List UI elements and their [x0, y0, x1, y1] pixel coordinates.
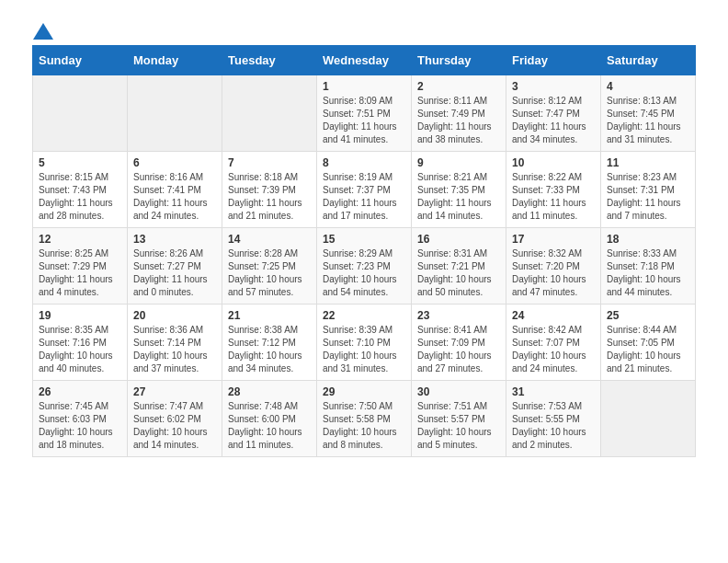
day-number: 24: [512, 309, 595, 322]
day-number: 7: [228, 156, 311, 169]
calendar-header-row: SundayMondayTuesdayWednesdayThursdayFrid…: [33, 46, 696, 75]
calendar-cell: 2Sunrise: 8:11 AM Sunset: 7:49 PM Daylig…: [412, 75, 506, 152]
day-info: Sunrise: 8:33 AM Sunset: 7:18 PM Dayligh…: [607, 247, 689, 299]
day-info: Sunrise: 8:41 AM Sunset: 7:09 PM Dayligh…: [417, 324, 500, 375]
calendar-week-row: 1Sunrise: 8:09 AM Sunset: 7:51 PM Daylig…: [33, 75, 696, 152]
day-info: Sunrise: 8:32 AM Sunset: 7:20 PM Dayligh…: [512, 247, 595, 299]
calendar-cell: 8Sunrise: 8:19 AM Sunset: 7:37 PM Daylig…: [317, 152, 412, 228]
calendar-week-row: 26Sunrise: 7:45 AM Sunset: 6:03 PM Dayli…: [33, 381, 696, 457]
day-info: Sunrise: 8:28 AM Sunset: 7:25 PM Dayligh…: [228, 247, 311, 299]
day-number: 15: [323, 233, 405, 246]
day-number: 8: [323, 156, 405, 169]
calendar-cell: 11Sunrise: 8:23 AM Sunset: 7:31 PM Dayli…: [601, 152, 696, 228]
calendar-cell: 10Sunrise: 8:22 AM Sunset: 7:33 PM Dayli…: [506, 152, 601, 228]
day-info: Sunrise: 8:36 AM Sunset: 7:14 PM Dayligh…: [133, 324, 216, 375]
calendar-cell: [222, 75, 317, 152]
calendar-cell: 16Sunrise: 8:31 AM Sunset: 7:21 PM Dayli…: [412, 228, 506, 304]
calendar-cell: 19Sunrise: 8:35 AM Sunset: 7:16 PM Dayli…: [33, 304, 128, 381]
day-number: 13: [133, 233, 216, 246]
day-number: 27: [133, 385, 216, 398]
calendar-cell: 25Sunrise: 8:44 AM Sunset: 7:05 PM Dayli…: [601, 304, 696, 381]
day-number: 19: [39, 309, 121, 322]
day-info: Sunrise: 8:13 AM Sunset: 7:45 PM Dayligh…: [607, 95, 689, 146]
day-info: Sunrise: 8:35 AM Sunset: 7:16 PM Dayligh…: [39, 324, 121, 375]
day-info: Sunrise: 7:48 AM Sunset: 6:00 PM Dayligh…: [228, 400, 311, 452]
day-info: Sunrise: 8:23 AM Sunset: 7:31 PM Dayligh…: [607, 171, 689, 223]
svg-marker-0: [33, 23, 53, 40]
calendar-cell: 27Sunrise: 7:47 AM Sunset: 6:02 PM Dayli…: [128, 381, 222, 457]
day-info: Sunrise: 7:50 AM Sunset: 5:58 PM Dayligh…: [323, 400, 405, 452]
day-number: 5: [39, 156, 121, 169]
day-number: 2: [417, 80, 500, 93]
day-info: Sunrise: 8:11 AM Sunset: 7:49 PM Dayligh…: [417, 95, 500, 146]
calendar-cell: 15Sunrise: 8:29 AM Sunset: 7:23 PM Dayli…: [317, 228, 412, 304]
day-info: Sunrise: 8:16 AM Sunset: 7:41 PM Dayligh…: [133, 171, 216, 223]
day-number: 4: [607, 80, 689, 93]
calendar-week-row: 19Sunrise: 8:35 AM Sunset: 7:16 PM Dayli…: [33, 304, 696, 381]
day-number: 26: [39, 385, 121, 398]
day-number: 18: [607, 233, 689, 246]
day-number: 6: [133, 156, 216, 169]
day-info: Sunrise: 8:39 AM Sunset: 7:10 PM Dayligh…: [323, 324, 405, 375]
day-number: 31: [512, 385, 595, 398]
day-header-saturday: Saturday: [601, 46, 696, 75]
day-number: 20: [133, 309, 216, 322]
calendar-cell: 1Sunrise: 8:09 AM Sunset: 7:51 PM Daylig…: [317, 75, 412, 152]
day-header-monday: Monday: [128, 46, 222, 75]
calendar-cell: 24Sunrise: 8:42 AM Sunset: 7:07 PM Dayli…: [506, 304, 601, 381]
day-number: 29: [323, 385, 405, 398]
day-info: Sunrise: 8:38 AM Sunset: 7:12 PM Dayligh…: [228, 324, 311, 375]
day-number: 28: [228, 385, 311, 398]
day-info: Sunrise: 8:12 AM Sunset: 7:47 PM Dayligh…: [512, 95, 595, 146]
logo: [32, 23, 54, 36]
day-info: Sunrise: 8:29 AM Sunset: 7:23 PM Dayligh…: [323, 247, 405, 299]
day-info: Sunrise: 7:53 AM Sunset: 5:55 PM Dayligh…: [512, 400, 595, 452]
day-number: 12: [39, 233, 121, 246]
day-info: Sunrise: 8:42 AM Sunset: 7:07 PM Dayligh…: [512, 324, 595, 375]
calendar-cell: 7Sunrise: 8:18 AM Sunset: 7:39 PM Daylig…: [222, 152, 317, 228]
day-number: 21: [228, 309, 311, 322]
calendar-cell: 30Sunrise: 7:51 AM Sunset: 5:57 PM Dayli…: [412, 381, 506, 457]
day-info: Sunrise: 8:09 AM Sunset: 7:51 PM Dayligh…: [323, 95, 405, 146]
calendar-cell: 5Sunrise: 8:15 AM Sunset: 7:43 PM Daylig…: [33, 152, 128, 228]
day-header-sunday: Sunday: [33, 46, 128, 75]
calendar-cell: 17Sunrise: 8:32 AM Sunset: 7:20 PM Dayli…: [506, 228, 601, 304]
calendar-cell: 13Sunrise: 8:26 AM Sunset: 7:27 PM Dayli…: [128, 228, 222, 304]
day-info: Sunrise: 8:25 AM Sunset: 7:29 PM Dayligh…: [39, 247, 121, 299]
day-info: Sunrise: 8:22 AM Sunset: 7:33 PM Dayligh…: [512, 171, 595, 223]
calendar-cell: [601, 381, 696, 457]
day-number: 17: [512, 233, 595, 246]
calendar-cell: [33, 75, 128, 152]
calendar-cell: 22Sunrise: 8:39 AM Sunset: 7:10 PM Dayli…: [317, 304, 412, 381]
day-header-wednesday: Wednesday: [317, 46, 412, 75]
day-number: 25: [607, 309, 689, 322]
calendar-cell: 20Sunrise: 8:36 AM Sunset: 7:14 PM Dayli…: [128, 304, 222, 381]
calendar-cell: [128, 75, 222, 152]
day-number: 10: [512, 156, 595, 169]
day-info: Sunrise: 8:44 AM Sunset: 7:05 PM Dayligh…: [607, 324, 689, 375]
day-info: Sunrise: 8:21 AM Sunset: 7:35 PM Dayligh…: [417, 171, 500, 223]
calendar-cell: 31Sunrise: 7:53 AM Sunset: 5:55 PM Dayli…: [506, 381, 601, 457]
day-info: Sunrise: 8:26 AM Sunset: 7:27 PM Dayligh…: [133, 247, 216, 299]
calendar-week-row: 12Sunrise: 8:25 AM Sunset: 7:29 PM Dayli…: [33, 228, 696, 304]
day-info: Sunrise: 8:18 AM Sunset: 7:39 PM Dayligh…: [228, 171, 311, 223]
day-number: 22: [323, 309, 405, 322]
day-number: 11: [607, 156, 689, 169]
day-number: 23: [417, 309, 500, 322]
day-info: Sunrise: 8:15 AM Sunset: 7:43 PM Dayligh…: [39, 171, 121, 223]
day-number: 1: [323, 80, 405, 93]
day-info: Sunrise: 7:45 AM Sunset: 6:03 PM Dayligh…: [39, 400, 121, 452]
day-header-tuesday: Tuesday: [222, 46, 317, 75]
logo-icon: [33, 23, 53, 40]
calendar-cell: 23Sunrise: 8:41 AM Sunset: 7:09 PM Dayli…: [412, 304, 506, 381]
calendar-cell: 9Sunrise: 8:21 AM Sunset: 7:35 PM Daylig…: [412, 152, 506, 228]
calendar-cell: 4Sunrise: 8:13 AM Sunset: 7:45 PM Daylig…: [601, 75, 696, 152]
calendar-cell: 29Sunrise: 7:50 AM Sunset: 5:58 PM Dayli…: [317, 381, 412, 457]
day-number: 16: [417, 233, 500, 246]
day-number: 30: [417, 385, 500, 398]
day-header-thursday: Thursday: [412, 46, 506, 75]
calendar-table: SundayMondayTuesdayWednesdayThursdayFrid…: [32, 45, 696, 457]
calendar-week-row: 5Sunrise: 8:15 AM Sunset: 7:43 PM Daylig…: [33, 152, 696, 228]
day-number: 14: [228, 233, 311, 246]
page-header: [18, 14, 710, 40]
